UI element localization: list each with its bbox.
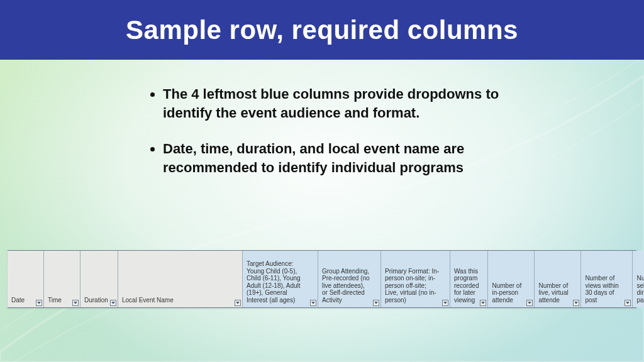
col-group-attending[interactable]: Group Attending, Pre-recorded (no live a… [318, 251, 381, 307]
bullet-item: The 4 leftmost blue columns provide drop… [163, 85, 537, 122]
col-label: Group Attending, Pre-recorded (no live a… [318, 266, 380, 308]
col-self-directed[interactable]: Number of self-directed participants [633, 251, 644, 307]
chevron-down-icon[interactable] [72, 300, 79, 306]
col-time[interactable]: Time [44, 251, 80, 307]
chevron-down-icon[interactable] [36, 300, 42, 306]
chevron-down-icon[interactable] [442, 300, 448, 306]
col-target-audience[interactable]: Target Audience: Young Child (0-5), Chil… [243, 251, 318, 307]
col-date[interactable]: Date [8, 251, 44, 307]
chevron-down-icon[interactable] [480, 300, 486, 306]
col-label: Local Event Name [118, 295, 242, 308]
col-label: Target Audience: Young Child (0-5), Chil… [243, 259, 318, 307]
chevron-down-icon[interactable] [526, 300, 533, 306]
col-inperson-attend[interactable]: Number of in-person attende [488, 251, 535, 307]
col-primary-format[interactable]: Primary Format: In-person on-site; in-pe… [381, 251, 450, 307]
slide-title: Sample row, required columns [126, 15, 518, 45]
chevron-down-icon[interactable] [310, 300, 316, 306]
col-views-30-days[interactable]: Number of views within 30 days of post [581, 251, 633, 307]
col-duration[interactable]: Duration [80, 251, 118, 307]
slide: Sample row, required columns The 4 leftm… [0, 0, 644, 362]
title-bar: Sample row, required columns [0, 0, 644, 60]
bullet-item: Date, time, duration, and local event na… [163, 140, 537, 177]
col-was-recorded[interactable]: Was this program recorded for later view… [450, 251, 488, 307]
chevron-down-icon[interactable] [625, 300, 631, 306]
spreadsheet-header-row: Date Time Duration Local Event Name Targ… [8, 250, 636, 308]
bullet-list: The 4 leftmost blue columns provide drop… [148, 85, 537, 177]
col-label: Primary Format: In-person on-site; in-pe… [381, 266, 450, 308]
chevron-down-icon[interactable] [573, 300, 579, 306]
col-local-event-name[interactable]: Local Event Name [118, 251, 243, 307]
col-virtual-attend[interactable]: Number of live, virtual attende [535, 251, 581, 307]
body-text: The 4 leftmost blue columns provide drop… [148, 85, 537, 177]
col-label: Number of self-directed participants [633, 273, 644, 307]
chevron-down-icon[interactable] [110, 300, 116, 306]
chevron-down-icon[interactable] [235, 300, 241, 306]
chevron-down-icon[interactable] [373, 300, 379, 306]
